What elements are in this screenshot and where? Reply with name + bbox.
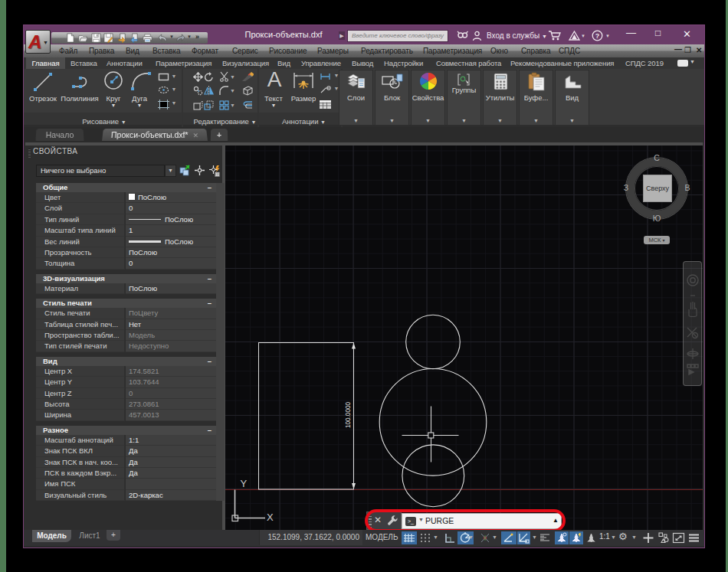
svg-text:Y: Y — [241, 478, 248, 489]
svg-text:X: X — [267, 512, 274, 523]
svg-text:100.0000: 100.0000 — [345, 401, 352, 428]
svg-text:?: ? — [595, 32, 600, 40]
